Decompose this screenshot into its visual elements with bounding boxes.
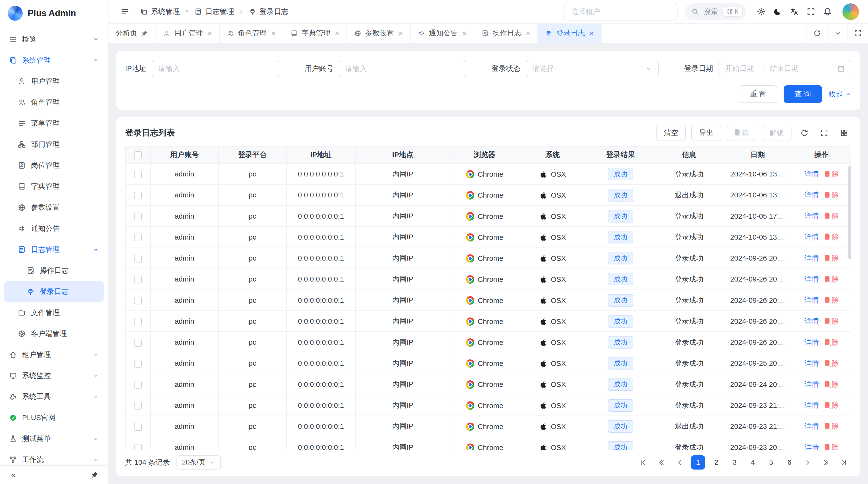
close-tab-icon[interactable]: × — [335, 29, 340, 37]
bell-button[interactable] — [820, 4, 835, 19]
sidebar-item-test-menu[interactable]: 测试菜单 — [4, 428, 103, 449]
pagination-next-group[interactable] — [819, 455, 833, 470]
hamburger-menu-button[interactable] — [117, 4, 133, 19]
status-select[interactable]: 请选择 — [526, 60, 659, 77]
settings-button[interactable] — [753, 4, 769, 19]
row-checkbox[interactable] — [134, 297, 142, 304]
breadcrumb-item[interactable]: 登录日志 — [249, 7, 288, 17]
row-checkbox[interactable] — [134, 213, 142, 220]
sidebar-item-system-mgmt[interactable]: 系统管理 — [4, 50, 103, 71]
pagination-page-1[interactable]: 1 — [691, 455, 705, 470]
tab-role-mgmt[interactable]: 角色管理× — [220, 24, 283, 43]
columns-button[interactable] — [837, 126, 851, 140]
delete-link[interactable]: 删除 — [824, 254, 839, 262]
search-button[interactable]: 查 询 — [784, 85, 822, 103]
pagination-prev[interactable] — [673, 455, 687, 470]
sidebar-item-plus-site[interactable]: PLUS官网 — [4, 407, 103, 428]
collapse-filters-link[interactable]: 收起 — [829, 89, 851, 99]
delete-link[interactable]: 删除 — [824, 212, 839, 220]
pin-sidebar-button[interactable] — [87, 467, 102, 483]
row-checkbox[interactable] — [134, 318, 142, 325]
pagination-page-4[interactable]: 4 — [746, 455, 760, 470]
tab-analysis[interactable]: 分析页 — [108, 24, 156, 43]
delete-link[interactable]: 删除 — [824, 422, 839, 430]
pagination-page-2[interactable]: 2 — [709, 455, 723, 470]
row-checkbox[interactable] — [134, 233, 142, 241]
detail-link[interactable]: 详情 — [805, 170, 819, 178]
sidebar-item-client-mgmt[interactable]: 客户端管理 — [4, 323, 103, 344]
delete-link[interactable]: 删除 — [824, 380, 839, 388]
delete-link[interactable]: 删除 — [824, 401, 839, 409]
sidebar-item-role-mgmt[interactable]: 角色管理 — [4, 92, 103, 113]
detail-link[interactable]: 详情 — [805, 233, 819, 241]
detail-link[interactable]: 详情 — [805, 401, 819, 409]
global-search[interactable]: 搜索 ⌘ K — [685, 3, 746, 20]
sidebar-item-post-mgmt[interactable]: 岗位管理 — [4, 155, 103, 176]
user-avatar[interactable] — [842, 3, 859, 20]
delete-link[interactable]: 删除 — [824, 233, 839, 241]
refresh-button[interactable] — [797, 126, 812, 140]
translate-button[interactable] — [787, 4, 802, 19]
detail-link[interactable]: 详情 — [805, 380, 819, 388]
fullscreen-button[interactable] — [817, 126, 832, 140]
row-checkbox[interactable] — [134, 171, 142, 179]
delete-link[interactable]: 删除 — [824, 296, 839, 304]
pagination-last[interactable] — [837, 455, 851, 470]
tab-notice[interactable]: 通知公告× — [411, 24, 474, 43]
close-tab-icon[interactable]: × — [462, 29, 467, 37]
account-input[interactable] — [339, 60, 466, 77]
row-checkbox[interactable] — [134, 276, 142, 284]
sidebar-item-tenant-mgmt[interactable]: 租户管理 — [4, 344, 103, 365]
detail-link[interactable]: 详情 — [805, 338, 819, 346]
pagination-page-5[interactable]: 5 — [764, 455, 778, 470]
row-checkbox[interactable] — [134, 339, 142, 347]
sidebar-item-login-log[interactable]: 登录日志 — [4, 281, 103, 302]
pagination-first[interactable] — [636, 455, 651, 470]
sidebar-item-param-settings[interactable]: 参数设置 — [4, 197, 103, 218]
detail-link[interactable]: 详情 — [805, 422, 819, 430]
delete-link[interactable]: 删除 — [824, 317, 839, 325]
sidebar-item-log-mgmt[interactable]: 日志管理 — [4, 239, 103, 260]
pagination-prev-group[interactable] — [654, 455, 669, 470]
sidebar-item-op-log[interactable]: 操作日志 — [4, 260, 103, 281]
close-tab-icon[interactable]: × — [399, 29, 403, 37]
delete-link[interactable]: 删除 — [824, 443, 839, 450]
delete-link[interactable]: 删除 — [824, 191, 839, 199]
detail-link[interactable]: 详情 — [805, 317, 819, 325]
sidebar-item-notice[interactable]: 通知公告 — [4, 218, 103, 239]
sidebar-item-dict-mgmt[interactable]: 字典管理 — [4, 176, 103, 197]
delete-link[interactable]: 删除 — [824, 170, 839, 178]
delete-link[interactable]: 删除 — [824, 275, 839, 283]
row-checkbox[interactable] — [134, 192, 142, 199]
sidebar-item-sys-monitor[interactable]: 系统监控 — [4, 365, 103, 386]
date-range-picker[interactable]: 开始日期 → 结束日期 — [718, 60, 851, 77]
select-all-checkbox[interactable] — [134, 151, 142, 159]
unlock-button[interactable]: 解锁 — [762, 125, 792, 141]
fullscreen-button[interactable] — [847, 24, 868, 43]
row-checkbox[interactable] — [134, 255, 142, 262]
sidebar-item-file-mgmt[interactable]: 文件管理 — [4, 302, 103, 323]
clear-button[interactable]: 清空 — [656, 125, 686, 141]
detail-link[interactable]: 详情 — [805, 191, 819, 199]
delete-link[interactable]: 删除 — [824, 359, 839, 367]
fullscreen-button[interactable] — [803, 4, 818, 19]
sidebar-item-user-mgmt[interactable]: 用户管理 — [4, 71, 103, 92]
reset-button[interactable]: 重 置 — [739, 85, 777, 103]
sidebar-item-sys-tools[interactable]: 系统工具 — [4, 386, 103, 407]
tab-login-log[interactable]: 登录日志× — [538, 24, 601, 43]
tab-dict-mgmt[interactable]: 字典管理× — [283, 24, 347, 43]
detail-link[interactable]: 详情 — [805, 296, 819, 304]
pagination-next[interactable] — [801, 455, 815, 470]
sidebar-item-dept-mgmt[interactable]: 部门管理 — [4, 134, 103, 155]
delete-button[interactable]: 删除 — [727, 125, 756, 141]
export-button[interactable]: 导出 — [691, 125, 721, 141]
close-tab-icon[interactable]: × — [207, 29, 212, 37]
detail-link[interactable]: 详情 — [805, 275, 819, 283]
close-tab-icon[interactable]: × — [526, 29, 530, 37]
pagination-page-6[interactable]: 6 — [782, 455, 797, 470]
page-size-select[interactable]: 20条/页 — [177, 455, 221, 470]
tab-param-settings[interactable]: 参数设置× — [347, 24, 411, 43]
row-checkbox[interactable] — [134, 381, 142, 389]
row-checkbox[interactable] — [134, 423, 142, 430]
refresh-button[interactable] — [807, 24, 827, 43]
